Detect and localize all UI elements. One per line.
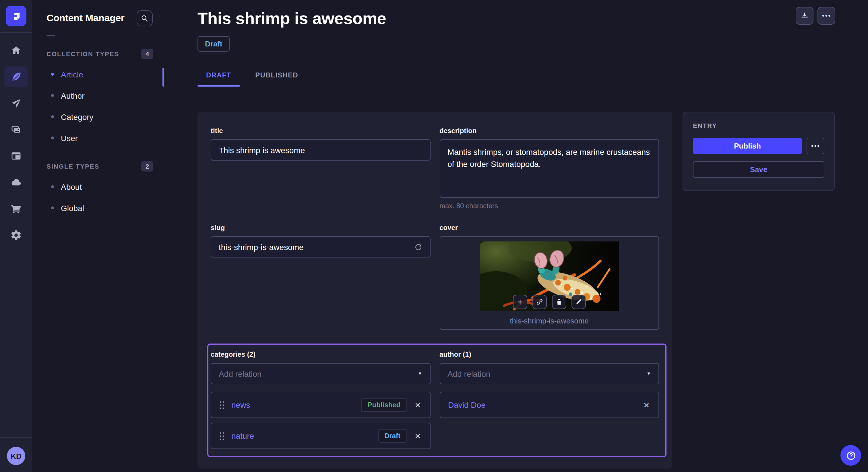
field-title: title	[211, 127, 430, 210]
cover-label: cover	[439, 224, 659, 232]
bullet-icon	[51, 185, 54, 188]
bullet-icon	[51, 136, 54, 139]
user-avatar[interactable]: KD	[7, 447, 25, 465]
media-library-icon[interactable]	[4, 119, 28, 140]
description-hint: max. 80 characters	[439, 202, 659, 210]
entry-more-button[interactable]: •••	[807, 138, 825, 154]
rail-divider	[0, 32, 32, 33]
remove-relation-icon[interactable]: ×	[642, 400, 650, 410]
delete-media-button[interactable]	[552, 295, 566, 309]
slug-label: slug	[211, 224, 430, 232]
field-author: author (1) Add relation ▼ David Doe	[439, 350, 659, 449]
regenerate-slug-icon[interactable]	[414, 243, 422, 251]
marketplace-cart-icon[interactable]	[4, 198, 28, 219]
collection-types-count-badge: 4	[141, 49, 153, 59]
cloud-deploy-icon[interactable]	[4, 172, 28, 193]
sidebar-item-user[interactable]: User	[32, 127, 165, 148]
strapi-logo-icon[interactable]	[6, 6, 26, 26]
bullet-icon	[51, 206, 54, 209]
help-button[interactable]	[840, 445, 861, 466]
app-window: KD Content Manager COLLECTION TYPES 4 Ar…	[0, 0, 868, 472]
categories-add-relation-combobox[interactable]: Add relation ▼	[211, 363, 430, 384]
sidebar-item-author[interactable]: Author	[32, 85, 165, 106]
sidebar-item-about[interactable]: About	[32, 176, 165, 197]
search-button[interactable]	[136, 10, 153, 26]
author-label: author (1)	[439, 350, 659, 359]
remove-relation-icon[interactable]: ×	[414, 400, 422, 410]
sidebar-item-global[interactable]: Global	[32, 197, 165, 218]
bullet-icon	[51, 73, 54, 76]
relations-highlight-panel: categories (2) Add relation ▼	[207, 343, 666, 457]
entry-panel-label: ENTRY	[693, 122, 825, 129]
section-label-collection-types: COLLECTION TYPES	[46, 50, 119, 57]
cover-card: this-shrimp-is-awesome	[439, 236, 659, 330]
description-textarea[interactable]: Mantis shrimps, or stomatopods, are mari…	[439, 139, 659, 198]
bullet-icon	[51, 94, 54, 97]
releases-send-icon[interactable]	[4, 93, 28, 113]
rail-bottom-divider	[0, 437, 32, 438]
edit-form-card: title description Mantis shrimps, or sto…	[197, 112, 672, 469]
content-manager-feather-icon[interactable]	[4, 67, 28, 87]
relation-link-david-doe[interactable]: David Doe	[448, 400, 486, 409]
slug-input[interactable]	[219, 242, 414, 251]
relation-link-news[interactable]: news	[231, 400, 250, 409]
publish-button[interactable]: Publish	[693, 138, 802, 154]
export-download-button[interactable]	[796, 7, 813, 25]
more-actions-button[interactable]: •••	[817, 7, 835, 25]
description-label: description	[439, 127, 659, 135]
field-description: description Mantis shrimps, or stomatopo…	[439, 127, 659, 210]
tab-published[interactable]: PUBLISHED	[247, 67, 307, 87]
add-media-button[interactable]	[513, 295, 527, 309]
field-cover: cover	[439, 224, 659, 330]
drag-handle-icon[interactable]	[219, 401, 224, 409]
relation-row-nature: nature Draft ×	[211, 423, 430, 449]
cover-filename: this-shrimp-is-awesome	[510, 316, 589, 325]
save-button[interactable]: Save	[693, 161, 825, 178]
subnav-title: Content Manager	[46, 12, 125, 24]
categories-label: categories (2)	[211, 350, 430, 359]
relation-row-david-doe: David Doe ×	[439, 392, 659, 418]
main-content: ••• This shrimp is awesome Draft DRAFT P…	[165, 0, 868, 472]
status-badge: Draft	[197, 36, 230, 52]
drag-handle-icon[interactable]	[219, 432, 224, 440]
single-types-count-badge: 2	[141, 161, 153, 171]
version-tabs: DRAFT PUBLISHED	[197, 67, 836, 87]
section-label-single-types: SINGLE TYPES	[46, 163, 99, 170]
relation-link-nature[interactable]: nature	[231, 431, 254, 440]
edit-media-button[interactable]	[571, 295, 586, 309]
relation-row-news: news Published ×	[211, 392, 430, 418]
status-pill-published: Published	[361, 398, 407, 412]
copy-link-button[interactable]	[532, 295, 547, 309]
tab-draft[interactable]: DRAFT	[197, 67, 240, 87]
author-add-relation-combobox[interactable]: Add relation ▼	[439, 363, 659, 384]
settings-gear-icon[interactable]	[4, 225, 28, 245]
entry-panel: ENTRY Publish ••• Save	[683, 112, 835, 191]
chevron-down-icon: ▼	[417, 371, 422, 376]
subnav-scrollbar-thumb[interactable]	[162, 68, 164, 87]
layout-builder-icon[interactable]	[4, 146, 28, 166]
main-nav-rail: KD	[0, 0, 32, 472]
sidebar-item-article[interactable]: Article	[32, 64, 165, 85]
status-pill-draft: Draft	[378, 429, 407, 443]
page-title: This shrimp is awesome	[197, 9, 836, 28]
sidebar-item-category[interactable]: Category	[32, 106, 165, 127]
field-slug: slug	[211, 224, 430, 330]
chevron-down-icon: ▼	[646, 371, 651, 376]
subnav-divider	[46, 35, 55, 36]
bullet-icon	[51, 115, 54, 118]
title-input[interactable]	[219, 145, 422, 155]
content-manager-subnav: Content Manager COLLECTION TYPES 4 Artic…	[32, 0, 165, 472]
home-icon[interactable]	[4, 40, 28, 61]
remove-relation-icon[interactable]: ×	[414, 431, 422, 441]
field-categories: categories (2) Add relation ▼	[211, 350, 430, 449]
title-label: title	[211, 127, 430, 135]
